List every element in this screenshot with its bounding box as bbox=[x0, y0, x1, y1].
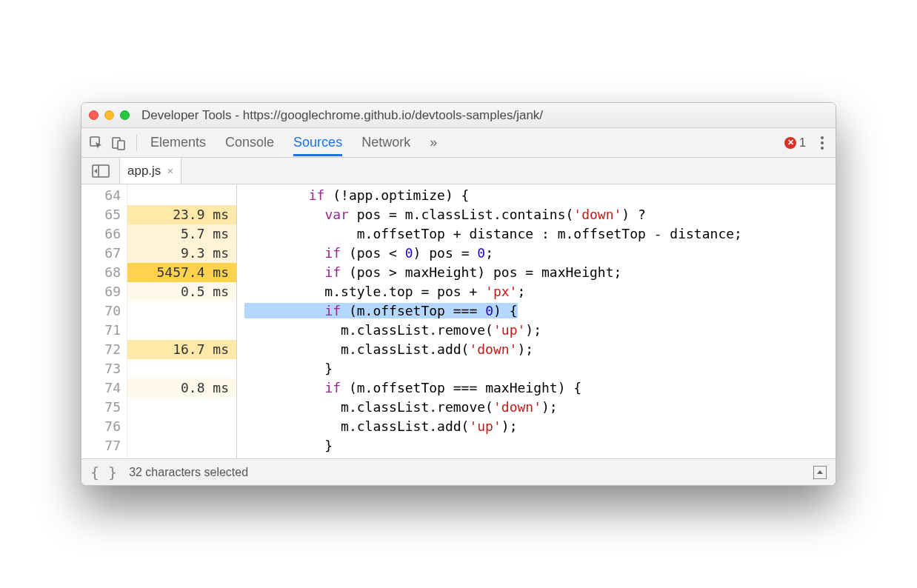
file-tab-label: app.js bbox=[127, 164, 161, 178]
line-time: 0.5 ms bbox=[127, 282, 236, 301]
code-area[interactable]: if (!app.optimize) { var pos = m.classLi… bbox=[237, 184, 836, 458]
svg-rect-2 bbox=[118, 141, 124, 150]
file-tab-bar: app.js × bbox=[81, 158, 836, 184]
drawer-toggle-icon[interactable] bbox=[813, 466, 827, 479]
tab-console[interactable]: Console bbox=[225, 129, 274, 156]
code-line[interactable]: if (m.offsetTop === maxHeight) { bbox=[237, 378, 836, 398]
line-time bbox=[127, 436, 236, 455]
code-line[interactable]: m.classList.add('up'); bbox=[237, 417, 836, 436]
status-text: 32 characters selected bbox=[129, 466, 248, 479]
line-time bbox=[127, 321, 236, 340]
titlebar[interactable]: Developer Tools - https://googlechrome.g… bbox=[81, 103, 836, 128]
profiling-time-gutter: 23.9 ms5.7 ms9.3 ms5457.4 ms0.5 ms16.7 m… bbox=[127, 184, 237, 458]
line-number-gutter: 6465666768697071727374757677 bbox=[81, 184, 127, 458]
tab-elements[interactable]: Elements bbox=[150, 129, 206, 156]
code-line[interactable]: m.offsetTop + distance : m.offsetTop - d… bbox=[237, 224, 836, 244]
line-number[interactable]: 65 bbox=[81, 205, 127, 224]
code-line[interactable]: var pos = m.classList.contains('down') ? bbox=[237, 205, 836, 224]
line-number[interactable]: 68 bbox=[81, 263, 127, 282]
devtools-window: Developer Tools - https://googlechrome.g… bbox=[81, 102, 836, 486]
code-line[interactable]: } bbox=[237, 436, 836, 455]
code-line[interactable]: if (!app.optimize) { bbox=[237, 186, 836, 205]
settings-menu-icon[interactable] bbox=[816, 133, 828, 153]
source-editor[interactable]: 6465666768697071727374757677 23.9 ms5.7 … bbox=[81, 184, 836, 458]
code-line[interactable]: if (pos > maxHeight) pos = maxHeight; bbox=[237, 263, 836, 282]
device-toolbar-icon[interactable] bbox=[111, 136, 126, 150]
line-number[interactable]: 70 bbox=[81, 301, 127, 321]
pretty-print-icon[interactable]: { } bbox=[90, 464, 117, 481]
file-tab-appjs[interactable]: app.js × bbox=[120, 158, 181, 184]
line-time: 9.3 ms bbox=[127, 244, 236, 263]
line-number[interactable]: 71 bbox=[81, 321, 127, 340]
code-line[interactable]: } bbox=[237, 359, 836, 378]
window-title: Developer Tools - https://googlechrome.g… bbox=[141, 108, 828, 123]
inspect-element-icon[interactable] bbox=[89, 136, 104, 150]
line-time: 0.8 ms bbox=[127, 378, 236, 398]
code-line[interactable]: m.style.top = pos + 'px'; bbox=[237, 282, 836, 301]
error-count-badge[interactable]: ✕ 1 bbox=[784, 136, 806, 150]
zoom-icon[interactable] bbox=[120, 110, 130, 120]
tabs-overflow-icon[interactable]: » bbox=[430, 129, 437, 156]
code-line[interactable]: m.classList.add('down'); bbox=[237, 340, 836, 359]
line-number[interactable]: 67 bbox=[81, 244, 127, 263]
line-number[interactable]: 73 bbox=[81, 359, 127, 378]
line-number[interactable]: 76 bbox=[81, 417, 127, 436]
line-time: 5457.4 ms bbox=[127, 263, 236, 282]
line-number[interactable]: 75 bbox=[81, 398, 127, 417]
line-time bbox=[127, 417, 236, 436]
line-number[interactable]: 72 bbox=[81, 340, 127, 359]
line-time bbox=[127, 186, 236, 205]
code-line[interactable]: if (m.offsetTop === 0) { bbox=[237, 301, 836, 321]
status-bar: { } 32 characters selected bbox=[81, 458, 836, 485]
code-line[interactable]: if (pos < 0) pos = 0; bbox=[237, 244, 836, 263]
line-time: 23.9 ms bbox=[127, 205, 236, 224]
line-number[interactable]: 74 bbox=[81, 378, 127, 398]
file-tab-close-icon[interactable]: × bbox=[167, 164, 173, 177]
code-line[interactable]: m.classList.remove('up'); bbox=[237, 321, 836, 340]
tab-network[interactable]: Network bbox=[361, 129, 410, 156]
error-icon: ✕ bbox=[784, 137, 796, 149]
minimize-icon[interactable] bbox=[104, 110, 114, 120]
line-number[interactable]: 69 bbox=[81, 282, 127, 301]
line-time bbox=[127, 398, 236, 417]
error-count: 1 bbox=[799, 136, 806, 150]
line-number[interactable]: 77 bbox=[81, 436, 127, 455]
close-icon[interactable] bbox=[89, 110, 99, 120]
line-time bbox=[127, 301, 236, 321]
tab-sources[interactable]: Sources bbox=[293, 129, 342, 156]
line-time bbox=[127, 359, 236, 378]
line-number[interactable]: 66 bbox=[81, 224, 127, 244]
line-time: 16.7 ms bbox=[127, 340, 236, 359]
navigator-toggle-icon[interactable] bbox=[81, 158, 120, 184]
line-number[interactable]: 64 bbox=[81, 186, 127, 205]
code-line[interactable]: m.classList.remove('down'); bbox=[237, 398, 836, 417]
main-toolbar: Elements Console Sources Network » ✕ 1 bbox=[81, 128, 836, 158]
traffic-lights bbox=[89, 110, 130, 120]
toolbar-separator bbox=[136, 135, 137, 151]
panel-tabs: Elements Console Sources Network » bbox=[150, 129, 781, 156]
line-time: 5.7 ms bbox=[127, 224, 236, 244]
